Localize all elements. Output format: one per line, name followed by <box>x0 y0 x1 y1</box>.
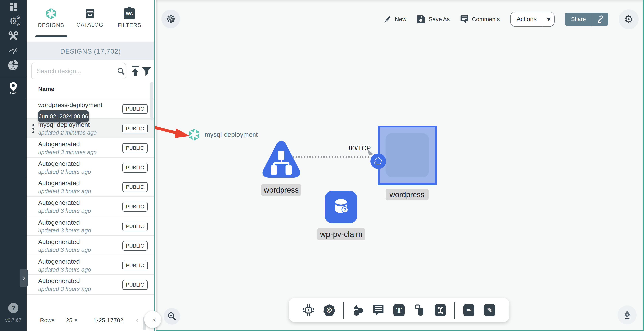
new-button[interactable]: New <box>383 15 406 23</box>
design-name: Autogenerated <box>38 238 80 246</box>
connect-curve-icon <box>435 304 446 316</box>
design-name: Autogenerated <box>38 179 80 187</box>
tab-catalog[interactable]: CATALOG <box>73 8 107 36</box>
connect-tool[interactable] <box>434 303 447 317</box>
pentagon-icon <box>372 155 384 167</box>
design-updated: updated 3 minutes ago <box>38 149 97 155</box>
design-row[interactable]: Autogenerated updated 3 hours ago PUBLIC <box>26 255 154 275</box>
visibility-badge: PUBLIC <box>122 124 148 133</box>
service-port-node[interactable] <box>370 153 386 169</box>
kubernetes-wheel-icon: ☸ <box>324 305 335 316</box>
edge-connection[interactable] <box>293 156 372 158</box>
caret-down-icon[interactable]: ▼ <box>543 17 554 22</box>
visibility-badge: PUBLIC <box>122 222 148 231</box>
copy-shapes-tool[interactable] <box>413 303 426 317</box>
collapse-panel-button[interactable]: ‹ <box>144 311 161 328</box>
sidebar-item-performance[interactable] <box>0 41 26 57</box>
settings-button[interactable]: ⚙ <box>619 9 639 29</box>
rail-divider <box>0 77 26 77</box>
save-icon <box>417 15 426 23</box>
node-wordpress-namespace[interactable] <box>378 126 437 185</box>
tab-designs[interactable]: DESIGNS <box>34 8 68 36</box>
rail-expand-button[interactable]: › <box>20 269 28 287</box>
design-row[interactable]: Autogenerated updated 3 hours ago PUBLIC <box>26 196 154 216</box>
text-tool-icon: T <box>394 304 404 316</box>
question-icon: ? <box>11 305 15 312</box>
node-wordpress-deployment[interactable] <box>262 139 301 179</box>
design-canvas[interactable]: New Save As Comments Actions ▼ Share <box>156 0 644 331</box>
component-chip-icon <box>302 304 315 317</box>
design-row[interactable]: Autogenerated updated 3 minutes ago PUBL… <box>26 138 154 157</box>
design-name: wordpress-deployment <box>38 101 102 109</box>
gear-icon: ⚙ <box>624 13 634 25</box>
upload-design-button[interactable] <box>131 65 140 77</box>
actions-split-button[interactable]: Actions ▼ <box>510 12 555 27</box>
node-label-wordpress-2: wordpress <box>386 189 428 200</box>
rows-per-page-select[interactable]: 25 ▼ <box>66 317 78 324</box>
pen-nib-icon <box>622 309 633 321</box>
filter-list-button[interactable] <box>142 66 151 77</box>
comments-icon <box>460 15 469 23</box>
tab-filters[interactable]: WA FILTERS <box>112 8 146 36</box>
design-name: Autogenerated <box>38 160 80 167</box>
link-icon <box>596 15 604 23</box>
sidebar-item-extensions[interactable] <box>0 57 26 73</box>
copy-shapes-icon <box>414 304 426 316</box>
pen-tool[interactable]: ✒ <box>462 303 476 317</box>
comments-button[interactable]: Comments <box>460 15 500 23</box>
actions-label: Actions <box>510 16 543 23</box>
sidebar-item-lifecycle[interactable]: ⚙ ⚙ ⚙ <box>0 13 26 29</box>
asterisk-wheel-icon <box>166 14 176 24</box>
active-tab-indicator <box>35 35 67 37</box>
visibility-badge: PUBLIC <box>122 104 148 114</box>
component-tool[interactable] <box>302 303 315 317</box>
kubernetes-tool[interactable]: ☸ <box>322 303 336 317</box>
design-updated: updated 3 hours ago <box>38 208 91 214</box>
panel-header-title: DESIGNS (17,702) <box>60 47 121 55</box>
shapes-tool[interactable] <box>351 303 364 317</box>
design-row[interactable]: Autogenerated updated 3 hours ago PUBLIC <box>26 216 154 236</box>
column-header-name: Name <box>38 86 54 92</box>
share-split-button[interactable]: Share <box>565 13 608 26</box>
search-box <box>31 63 126 79</box>
dashboard-grid-icon <box>9 2 18 11</box>
visibility-badge: PUBLIC <box>122 143 148 153</box>
design-mode-button[interactable] <box>618 306 637 325</box>
search-input[interactable] <box>32 68 116 75</box>
design-row[interactable]: Autogenerated updated 3 hours ago PUBLIC <box>26 275 154 294</box>
gauge-icon <box>7 44 19 54</box>
location-pin-icon <box>9 82 18 94</box>
row-menu-kebab-icon[interactable] <box>32 124 34 133</box>
visibility-badge: PUBLIC <box>122 182 148 192</box>
design-list: wordpress-deployment PUBLIC mysql-deploy… <box>26 99 154 294</box>
version-label: v0.7.67 <box>0 317 26 323</box>
pagination: Rows 25 ▼ 1-25 17702 ‹ › <box>26 314 154 326</box>
notes-tool[interactable] <box>372 303 385 317</box>
design-updated: updated 3 hours ago <box>38 227 91 234</box>
save-as-button[interactable]: Save As <box>417 15 450 23</box>
canvas-menu-button[interactable] <box>162 9 180 28</box>
design-row[interactable]: Autogenerated updated 2 hours ago PUBLIC <box>26 157 154 177</box>
annotation-text: mysql-deployment <box>205 131 258 138</box>
design-row[interactable]: Autogenerated updated 3 hours ago PUBLIC <box>26 235 154 255</box>
designs-panel: DESIGNS CATALOG WA FILTERS DESIGNS (17,7… <box>26 0 155 331</box>
persistent-volume-icon: ? <box>330 196 352 218</box>
text-tool[interactable]: T <box>392 303 406 317</box>
meshery-pinwheel-icon <box>45 8 57 19</box>
design-updated: updated 3 hours ago <box>38 286 91 292</box>
pencil-tool[interactable]: ✎ <box>483 303 496 317</box>
sidebar-item-dashboard[interactable] <box>0 0 26 15</box>
mysql-deployment-annotation[interactable]: mysql-deployment <box>188 128 258 141</box>
search-icon[interactable] <box>116 63 126 79</box>
sidebar-item-kanvas[interactable] <box>0 80 26 96</box>
list-scrollbar[interactable] <box>150 82 154 120</box>
copy-link-button[interactable] <box>592 15 608 23</box>
node-wp-pv-claim[interactable]: ? <box>325 191 357 223</box>
zoom-in-button[interactable] <box>164 308 180 325</box>
previous-page-button[interactable]: ‹ <box>132 316 141 325</box>
visibility-badge: PUBLIC <box>122 163 148 173</box>
help-button[interactable]: ? <box>8 303 18 313</box>
design-row[interactable]: Autogenerated updated 3 hours ago PUBLIC <box>26 177 154 196</box>
zoom-in-magnifier-icon <box>167 312 177 321</box>
visibility-badge: PUBLIC <box>122 241 148 251</box>
